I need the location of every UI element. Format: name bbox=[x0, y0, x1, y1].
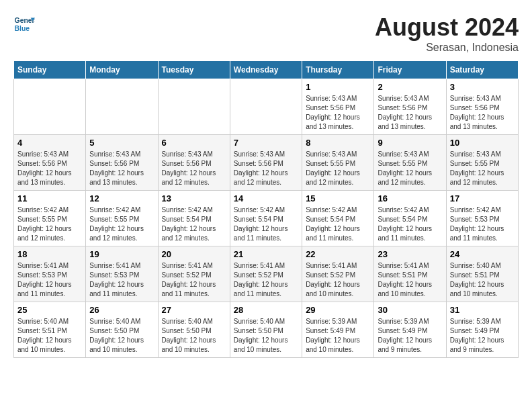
day-number: 26 bbox=[89, 305, 154, 315]
day-info: Sunrise: 5:41 AM Sunset: 5:52 PM Dayligh… bbox=[162, 261, 226, 299]
day-number: 12 bbox=[89, 193, 154, 203]
day-info: Sunrise: 5:43 AM Sunset: 5:56 PM Dayligh… bbox=[17, 150, 82, 187]
calendar-cell: 30Sunrise: 5:39 AM Sunset: 5:49 PM Dayli… bbox=[374, 302, 446, 358]
calendar-cell: 15Sunrise: 5:42 AM Sunset: 5:54 PM Dayli… bbox=[302, 191, 374, 246]
day-info: Sunrise: 5:39 AM Sunset: 5:49 PM Dayligh… bbox=[378, 317, 442, 355]
calendar-cell: 19Sunrise: 5:41 AM Sunset: 5:53 PM Dayli… bbox=[86, 246, 158, 302]
day-number: 9 bbox=[378, 138, 442, 148]
day-number: 16 bbox=[378, 193, 442, 203]
day-info: Sunrise: 5:43 AM Sunset: 5:55 PM Dayligh… bbox=[306, 150, 370, 187]
calendar-cell: 6Sunrise: 5:43 AM Sunset: 5:56 PM Daylig… bbox=[158, 135, 230, 191]
weekday-header-friday: Friday bbox=[374, 61, 446, 79]
day-info: Sunrise: 5:43 AM Sunset: 5:56 PM Dayligh… bbox=[89, 150, 154, 187]
weekday-header-sunday: Sunday bbox=[14, 61, 86, 79]
week-row-2: 4Sunrise: 5:43 AM Sunset: 5:56 PM Daylig… bbox=[14, 135, 519, 191]
svg-text:Blue: Blue bbox=[15, 25, 30, 32]
day-info: Sunrise: 5:43 AM Sunset: 5:56 PM Dayligh… bbox=[234, 150, 298, 187]
day-number: 13 bbox=[162, 193, 226, 203]
calendar-cell: 16Sunrise: 5:42 AM Sunset: 5:54 PM Dayli… bbox=[374, 191, 446, 246]
calendar-cell: 12Sunrise: 5:42 AM Sunset: 5:55 PM Dayli… bbox=[86, 191, 158, 246]
day-number: 29 bbox=[306, 305, 370, 315]
week-row-4: 18Sunrise: 5:41 AM Sunset: 5:53 PM Dayli… bbox=[14, 246, 519, 302]
calendar-cell bbox=[86, 79, 158, 135]
logo: General Blue General Blue bbox=[13, 13, 35, 35]
day-number: 18 bbox=[17, 249, 82, 259]
calendar-cell: 17Sunrise: 5:42 AM Sunset: 5:53 PM Dayli… bbox=[446, 191, 518, 246]
day-info: Sunrise: 5:41 AM Sunset: 5:53 PM Dayligh… bbox=[89, 261, 154, 299]
day-number: 22 bbox=[306, 249, 370, 259]
day-info: Sunrise: 5:42 AM Sunset: 5:54 PM Dayligh… bbox=[306, 205, 370, 243]
day-info: Sunrise: 5:39 AM Sunset: 5:49 PM Dayligh… bbox=[306, 317, 370, 355]
calendar-cell: 21Sunrise: 5:41 AM Sunset: 5:52 PM Dayli… bbox=[230, 246, 302, 302]
weekday-header-thursday: Thursday bbox=[302, 61, 374, 79]
day-info: Sunrise: 5:42 AM Sunset: 5:55 PM Dayligh… bbox=[17, 205, 82, 243]
calendar-cell: 20Sunrise: 5:41 AM Sunset: 5:52 PM Dayli… bbox=[158, 246, 230, 302]
day-info: Sunrise: 5:41 AM Sunset: 5:51 PM Dayligh… bbox=[378, 261, 442, 299]
day-info: Sunrise: 5:42 AM Sunset: 5:54 PM Dayligh… bbox=[234, 205, 298, 243]
week-row-3: 11Sunrise: 5:42 AM Sunset: 5:55 PM Dayli… bbox=[14, 191, 519, 246]
day-number: 14 bbox=[234, 193, 298, 203]
day-info: Sunrise: 5:40 AM Sunset: 5:50 PM Dayligh… bbox=[89, 317, 154, 355]
calendar-cell: 1Sunrise: 5:43 AM Sunset: 5:56 PM Daylig… bbox=[302, 79, 374, 135]
day-info: Sunrise: 5:42 AM Sunset: 5:55 PM Dayligh… bbox=[89, 205, 154, 243]
calendar-table: SundayMondayTuesdayWednesdayThursdayFrid… bbox=[13, 60, 519, 358]
weekday-header-wednesday: Wednesday bbox=[230, 61, 302, 79]
day-info: Sunrise: 5:43 AM Sunset: 5:56 PM Dayligh… bbox=[306, 94, 370, 132]
day-number: 5 bbox=[89, 138, 154, 148]
day-number: 24 bbox=[450, 249, 515, 259]
calendar-cell bbox=[14, 79, 86, 135]
day-info: Sunrise: 5:42 AM Sunset: 5:54 PM Dayligh… bbox=[378, 205, 442, 243]
title-block: August 2024 Serasan, Indonesia bbox=[375, 13, 519, 54]
calendar-cell: 10Sunrise: 5:43 AM Sunset: 5:55 PM Dayli… bbox=[446, 135, 518, 191]
location: Serasan, Indonesia bbox=[375, 42, 519, 54]
calendar-cell: 26Sunrise: 5:40 AM Sunset: 5:50 PM Dayli… bbox=[86, 302, 158, 358]
calendar-cell: 22Sunrise: 5:41 AM Sunset: 5:52 PM Dayli… bbox=[302, 246, 374, 302]
calendar-cell: 29Sunrise: 5:39 AM Sunset: 5:49 PM Dayli… bbox=[302, 302, 374, 358]
week-row-5: 25Sunrise: 5:40 AM Sunset: 5:51 PM Dayli… bbox=[14, 302, 519, 358]
calendar-cell bbox=[158, 79, 230, 135]
day-number: 6 bbox=[162, 138, 226, 148]
page-header: General Blue General Blue August 2024 Se… bbox=[13, 13, 519, 54]
calendar-cell: 11Sunrise: 5:42 AM Sunset: 5:55 PM Dayli… bbox=[14, 191, 86, 246]
weekday-header-tuesday: Tuesday bbox=[158, 61, 230, 79]
day-info: Sunrise: 5:42 AM Sunset: 5:53 PM Dayligh… bbox=[450, 205, 515, 243]
calendar-cell: 7Sunrise: 5:43 AM Sunset: 5:56 PM Daylig… bbox=[230, 135, 302, 191]
day-number: 31 bbox=[450, 305, 515, 315]
day-number: 27 bbox=[162, 305, 226, 315]
month-year: August 2024 bbox=[375, 13, 519, 42]
day-info: Sunrise: 5:40 AM Sunset: 5:51 PM Dayligh… bbox=[450, 261, 515, 299]
weekday-header-monday: Monday bbox=[86, 61, 158, 79]
weekday-header-row: SundayMondayTuesdayWednesdayThursdayFrid… bbox=[14, 61, 519, 79]
day-number: 3 bbox=[450, 82, 515, 92]
calendar-cell: 5Sunrise: 5:43 AM Sunset: 5:56 PM Daylig… bbox=[86, 135, 158, 191]
day-number: 25 bbox=[17, 305, 82, 315]
day-info: Sunrise: 5:41 AM Sunset: 5:52 PM Dayligh… bbox=[306, 261, 370, 299]
calendar-cell: 28Sunrise: 5:40 AM Sunset: 5:50 PM Dayli… bbox=[230, 302, 302, 358]
day-number: 10 bbox=[450, 138, 515, 148]
calendar-cell: 13Sunrise: 5:42 AM Sunset: 5:54 PM Dayli… bbox=[158, 191, 230, 246]
calendar-cell: 9Sunrise: 5:43 AM Sunset: 5:55 PM Daylig… bbox=[374, 135, 446, 191]
day-info: Sunrise: 5:41 AM Sunset: 5:52 PM Dayligh… bbox=[234, 261, 298, 299]
calendar-cell: 18Sunrise: 5:41 AM Sunset: 5:53 PM Dayli… bbox=[14, 246, 86, 302]
day-number: 8 bbox=[306, 138, 370, 148]
day-info: Sunrise: 5:43 AM Sunset: 5:55 PM Dayligh… bbox=[378, 150, 442, 187]
day-info: Sunrise: 5:41 AM Sunset: 5:53 PM Dayligh… bbox=[17, 261, 82, 299]
calendar-cell: 23Sunrise: 5:41 AM Sunset: 5:51 PM Dayli… bbox=[374, 246, 446, 302]
day-number: 19 bbox=[89, 249, 154, 259]
day-number: 17 bbox=[450, 193, 515, 203]
day-number: 30 bbox=[378, 305, 442, 315]
calendar-cell bbox=[230, 79, 302, 135]
calendar-cell: 24Sunrise: 5:40 AM Sunset: 5:51 PM Dayli… bbox=[446, 246, 518, 302]
day-info: Sunrise: 5:39 AM Sunset: 5:49 PM Dayligh… bbox=[450, 317, 515, 355]
day-info: Sunrise: 5:40 AM Sunset: 5:50 PM Dayligh… bbox=[162, 317, 226, 355]
calendar-cell: 27Sunrise: 5:40 AM Sunset: 5:50 PM Dayli… bbox=[158, 302, 230, 358]
week-row-1: 1Sunrise: 5:43 AM Sunset: 5:56 PM Daylig… bbox=[14, 79, 519, 135]
day-info: Sunrise: 5:43 AM Sunset: 5:56 PM Dayligh… bbox=[378, 94, 442, 132]
logo-icon: General Blue bbox=[13, 13, 35, 35]
day-info: Sunrise: 5:43 AM Sunset: 5:56 PM Dayligh… bbox=[450, 94, 515, 132]
day-number: 7 bbox=[234, 138, 298, 148]
calendar-cell: 2Sunrise: 5:43 AM Sunset: 5:56 PM Daylig… bbox=[374, 79, 446, 135]
calendar-cell: 14Sunrise: 5:42 AM Sunset: 5:54 PM Dayli… bbox=[230, 191, 302, 246]
day-number: 1 bbox=[306, 82, 370, 92]
weekday-header-saturday: Saturday bbox=[446, 61, 518, 79]
